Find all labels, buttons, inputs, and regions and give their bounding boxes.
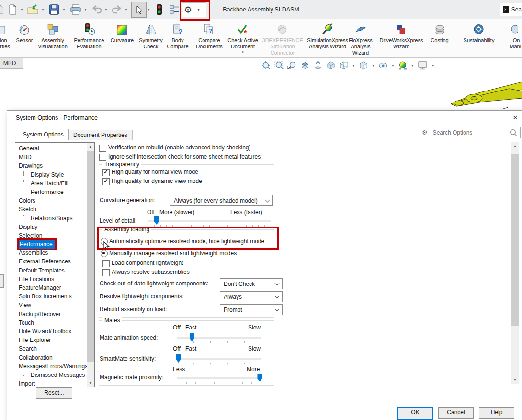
check-out-of-date-dropdown[interactable]: Don't Check [220, 278, 283, 289]
sidebar-item[interactable]: Performance [15, 240, 86, 249]
content-scrollbar[interactable]: ▲ ▼ [511, 142, 519, 384]
ribbon-item-cut-left[interactable]: ionrties [0, 22, 16, 50]
dropdown-arrow-icon[interactable]: ▼ [227, 51, 258, 54]
high-quality-normal-checkbox[interactable] [102, 169, 110, 176]
high-quality-dynamic-checkbox[interactable] [102, 178, 110, 185]
sidebar-item[interactable]: Import [15, 379, 86, 387]
sidebar-item[interactable]: Sketch [15, 205, 86, 214]
ribbon-item-sustainability[interactable]: Sustainability [464, 22, 495, 44]
sidebar-item[interactable]: General [15, 144, 86, 153]
display-style-dropdown-icon[interactable]: ▼ [352, 59, 355, 72]
sidebar-item[interactable]: Dismissed Messages [15, 371, 86, 379]
magnetic-mate-slider[interactable] [177, 377, 261, 379]
sidebar-item[interactable]: Hole Wizard/Toolbox [15, 327, 86, 336]
edit-appearance-dropdown-icon[interactable]: ▼ [391, 59, 395, 72]
help-button[interactable]: Help [479, 407, 514, 419]
ribbon-item-body-compare[interactable]: ? BodyCompare [167, 22, 188, 50]
sidebar-item[interactable]: MBD [15, 153, 86, 161]
symmetry-check-icon [139, 22, 163, 36]
divider [7, 402, 522, 402]
ribbon-item-floxpress[interactable]: FloXpressAnalysisWizard [349, 22, 373, 56]
cancel-button[interactable]: Cancel [438, 407, 474, 419]
level-of-detail-slider[interactable] [148, 220, 271, 222]
sidebar-item[interactable]: FeatureManager [15, 284, 86, 292]
ribbon-item-simulationxpress[interactable]: SimulationXpressAnalysis Wizard [307, 22, 348, 50]
sidebar-item[interactable]: Spin Box Increments [15, 292, 86, 301]
ribbon-item-curvature[interactable]: Curvature [111, 22, 134, 44]
view-settings-dropdown-icon[interactable]: ▼ [431, 59, 435, 72]
tab-system-options[interactable]: System Options [18, 129, 69, 140]
collapsed-panel-fragment[interactable] [0, 274, 4, 288]
sidebar-item[interactable]: Performance [15, 188, 86, 196]
sidebar-item[interactable]: Area Hatch/Fill [15, 179, 86, 188]
sidebar-item[interactable]: View [15, 301, 86, 309]
hide-show-items-icon[interactable] [359, 61, 368, 70]
zoom-to-fit-icon[interactable] [261, 61, 271, 70]
scroll-up-icon[interactable]: ▲ [511, 142, 519, 150]
scrollbar-thumb[interactable] [511, 154, 519, 326]
scroll-up-icon[interactable]: ▲ [87, 143, 94, 150]
ignore-self-intersection-checkbox[interactable] [99, 154, 106, 161]
curvature-generation-value: Always (for every shaded model) [174, 197, 258, 204]
level-of-detail-slider-thumb[interactable] [154, 216, 159, 225]
ribbon-item-costing[interactable]: Costing [431, 22, 448, 44]
close-icon[interactable]: × [510, 113, 521, 123]
sidebar-item[interactable]: File Explorer [15, 336, 86, 344]
display-style-icon[interactable] [339, 61, 349, 70]
ok-button[interactable]: OK [397, 407, 433, 420]
search-commands-button[interactable]: >_ Sea [500, 3, 522, 16]
smartmate-slider[interactable] [177, 358, 261, 360]
view-orientation-icon[interactable] [326, 61, 336, 70]
normal-to-icon[interactable] [313, 61, 323, 70]
sidebar-item[interactable]: Colors [15, 196, 86, 205]
resolve-lightweight-dropdown[interactable]: Always [220, 291, 283, 302]
zoom-to-area-icon[interactable] [274, 61, 284, 70]
previous-view-icon[interactable] [287, 61, 297, 70]
scroll-down-icon[interactable]: ▼ [87, 379, 94, 387]
sidebar-item[interactable]: Default Templates [15, 266, 86, 275]
view-settings-icon[interactable] [418, 61, 428, 70]
scrollbar-thumb[interactable] [87, 151, 94, 362]
rebuild-on-load-dropdown[interactable]: Prompt [220, 304, 283, 315]
sidebar-item[interactable]: Collaboration [15, 353, 86, 362]
high-quality-dynamic-label: High quality for dynamic view mode [112, 178, 202, 184]
ribbon-item-driveworksxpress[interactable]: DriveWorksXpressWizard [380, 22, 423, 50]
edit-appearance-icon[interactable] [378, 61, 388, 70]
tree-branch-icon [23, 171, 29, 176]
ribbon-item-sensor[interactable]: Sensor [16, 22, 33, 44]
sidebar-scrollbar[interactable]: ▲ ▼ [87, 143, 94, 387]
apply-scene-dropdown-icon[interactable]: ▼ [411, 59, 414, 72]
ribbon-item-check-active-document[interactable]: * Check ActiveDocument ▼ [227, 22, 258, 54]
reset-button[interactable]: Reset... [36, 387, 72, 399]
tab-mbd[interactable]: MBD [0, 58, 23, 69]
sidebar-item[interactable]: Display Style [15, 170, 86, 179]
curvature-generation-dropdown[interactable]: Always (for every shaded model) [170, 195, 273, 206]
ribbon-item-symmetry-check[interactable]: SymmetryCheck [139, 22, 163, 50]
ribbon-item-compare-documents[interactable]: ? CompareDocuments [196, 22, 223, 50]
verification-on-rebuild-checkbox[interactable] [99, 145, 106, 152]
sidebar-item[interactable]: File Locations [15, 275, 86, 284]
sidebar-item[interactable]: External References [15, 257, 86, 266]
hide-show-items-dropdown-icon[interactable]: ▼ [372, 59, 375, 72]
sidebar-item[interactable]: Relations/Snaps [15, 214, 86, 223]
ribbon-item-assembly-visualization[interactable]: AssemblyVisualization [38, 22, 68, 50]
sidebar-item[interactable]: Display [15, 223, 86, 231]
search-options-box[interactable]: ⚙ Search Options [420, 127, 521, 138]
tab-document-properties[interactable]: Document Properties [68, 130, 133, 140]
sidebar-item[interactable]: Touch [15, 318, 86, 327]
sidebar-item[interactable]: Backup/Recover [15, 310, 86, 318]
sidebar-item[interactable]: Selection [15, 231, 86, 240]
section-view-icon[interactable] [300, 61, 310, 70]
sidebar-item[interactable]: Search [15, 344, 86, 353]
scroll-down-icon[interactable]: ▼ [511, 376, 519, 384]
mate-animation-slider[interactable] [177, 337, 261, 339]
sensor-icon [16, 22, 33, 36]
ribbon-item-performance-evaluation[interactable]: PerformanceEvaluation [74, 22, 104, 50]
sidebar-item[interactable]: Messages/Errors/Warnings [15, 362, 86, 371]
apply-scene-icon[interactable] [398, 61, 408, 70]
ribbon-item-cut-right[interactable]: OnManu [507, 22, 522, 50]
sidebar-item[interactable]: Drawings [15, 161, 86, 170]
sidebar-item[interactable]: Assemblies [15, 249, 86, 257]
always-resolve-subassemblies-checkbox[interactable] [102, 269, 110, 276]
load-component-lightweight-checkbox[interactable] [102, 260, 110, 267]
